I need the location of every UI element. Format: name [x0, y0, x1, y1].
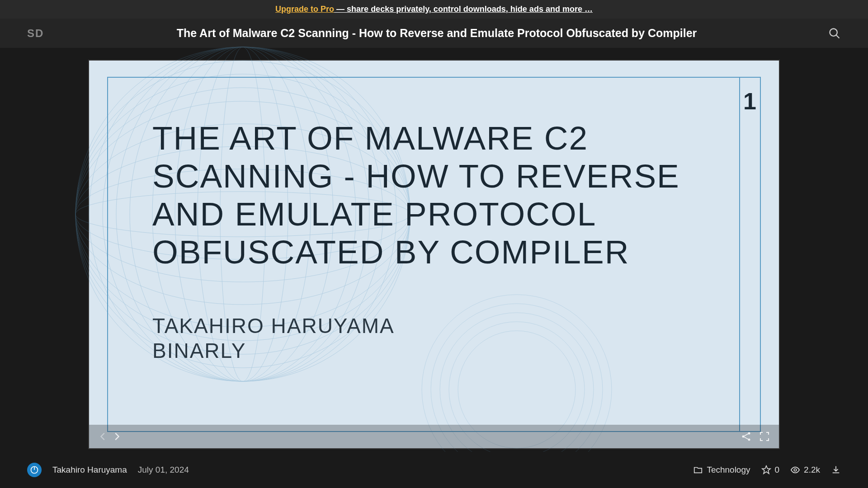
svg-text:S: S	[27, 27, 34, 39]
svg-point-28	[748, 439, 750, 441]
eye-icon	[790, 465, 800, 475]
speakerdeck-logo-icon: S D	[27, 27, 45, 40]
share-icon[interactable]	[741, 431, 752, 442]
category-link[interactable]: Technology	[693, 465, 750, 475]
svg-line-3	[836, 35, 840, 38]
slide-author-text: TAKAHIRO HARUYAMA BINARLY	[152, 314, 395, 363]
slide-viewer[interactable]: 1 THE ART OF MALWARE C2 SCANNING - HOW T…	[88, 60, 780, 449]
promo-text: — share decks privately, control downloa…	[334, 5, 593, 14]
logo[interactable]: S D	[27, 27, 45, 40]
svg-point-33	[794, 469, 797, 471]
slide-title-text: THE ART OF MALWARE C2 SCANNING - HOW TO …	[152, 119, 689, 271]
next-slide-icon[interactable]	[112, 432, 122, 441]
svg-line-29	[744, 434, 748, 436]
author-line: TAKAHIRO HARUYAMA	[152, 314, 395, 338]
star-button[interactable]: 0	[761, 465, 780, 475]
promo-bar: Upgrade to Pro — share decks privately, …	[0, 0, 868, 19]
svg-point-26	[742, 436, 745, 438]
views-display: 2.2k	[790, 465, 820, 475]
page-title: The Art of Malware C2 Scanning - How to …	[54, 27, 819, 40]
svg-point-27	[748, 432, 750, 435]
svg-point-2	[830, 28, 837, 36]
publish-date: July 01, 2024	[138, 465, 189, 475]
avatar[interactable]	[27, 463, 42, 477]
download-button[interactable]	[831, 465, 841, 475]
prev-slide-icon[interactable]	[98, 432, 108, 441]
author-name[interactable]: Takahiro Haruyama	[52, 465, 127, 475]
power-icon	[30, 465, 39, 474]
svg-line-30	[744, 437, 748, 439]
view-count: 2.2k	[804, 465, 820, 475]
svg-text:D: D	[35, 27, 43, 39]
star-count: 0	[775, 465, 780, 475]
footer: Takahiro Haruyama July 01, 2024 Technolo…	[0, 452, 868, 488]
search-icon[interactable]	[828, 27, 841, 40]
right-controls	[741, 431, 770, 442]
upgrade-link[interactable]: Upgrade to Pro	[275, 5, 334, 14]
slide-controls-bar	[89, 425, 779, 448]
star-icon	[761, 465, 771, 475]
category-label: Technology	[707, 465, 750, 475]
slide-border-divider	[739, 77, 740, 432]
fullscreen-icon[interactable]	[759, 431, 770, 442]
download-icon	[831, 465, 841, 475]
slide-number: 1	[743, 88, 756, 115]
folder-icon	[693, 465, 703, 475]
company-line: BINARLY	[152, 338, 395, 363]
nav-arrows	[98, 432, 122, 441]
